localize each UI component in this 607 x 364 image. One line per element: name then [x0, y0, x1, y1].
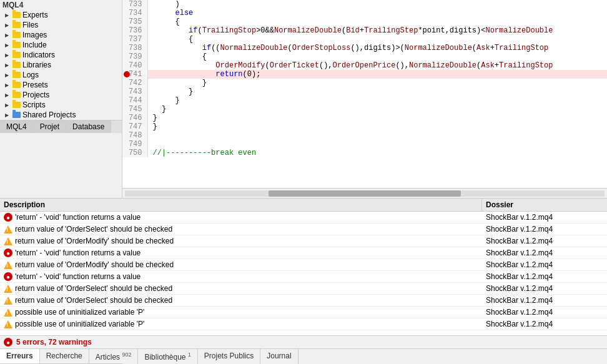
code-row: 741 return(0); — [122, 70, 607, 79]
code-row: 748 — [122, 131, 607, 140]
error-icon: ● — [4, 213, 12, 222]
sidebar-item-images[interactable]: ▶Images — [0, 30, 122, 40]
folder-icon — [12, 22, 21, 28]
code-row: 745 } — [122, 105, 607, 114]
code-line-content: } — [147, 114, 607, 122]
tab-badge: 1 — [188, 352, 191, 358]
sidebar-item-label: Logs — [22, 71, 39, 79]
editor-area: 733 )734 else735 {736 if(TrailingStop>0&… — [122, 0, 607, 198]
sidebar-item-label: Indicators — [22, 51, 55, 59]
chevron-icon: ▶ — [5, 32, 11, 38]
folder-icon — [12, 92, 21, 98]
error-row-desc: return value of 'OrderModify' should be … — [0, 235, 482, 247]
code-row: 733 ) — [122, 0, 607, 9]
error-row[interactable]: return value of 'OrderSelect' should be … — [0, 283, 607, 295]
error-row[interactable]: ●'return' - 'void' function returns a va… — [0, 271, 607, 283]
chevron-icon: ▶ — [5, 92, 11, 98]
folder-icon — [12, 52, 21, 58]
horizontal-scrollbar[interactable] — [122, 188, 607, 198]
sidebar-item-label: Shared Projects — [22, 111, 76, 119]
sidebar-item-label: Projects — [22, 91, 49, 99]
sidebar-item-label: Scripts — [22, 101, 46, 109]
line-number: 747 — [122, 122, 147, 131]
sidebar-item-include[interactable]: ▶Include — [0, 40, 122, 50]
error-row-desc: ●'return' - 'void' function returns a va… — [0, 247, 482, 258]
bottom-tab-erreurs[interactable]: Erreurs — [0, 349, 40, 364]
line-number: 746 — [122, 114, 147, 122]
error-icon: ● — [4, 272, 12, 281]
error-description: 'return' - 'void' function returns a val… — [15, 213, 141, 222]
error-folder: ShockBar v.1.2.mq4 — [482, 235, 607, 247]
error-row[interactable]: return value of 'OrderSelect' should be … — [0, 224, 607, 235]
error-row[interactable]: return value of 'OrderSelect' should be … — [0, 295, 607, 307]
editor-tab-mql4[interactable]: MQL4 — [0, 121, 34, 133]
error-folder: ShockBar v.1.2.mq4 — [482, 247, 607, 258]
code-line-content: { — [147, 17, 607, 26]
code-line-content: //|----------break even — [147, 149, 607, 157]
error-description: return value of 'OrderModify' should be … — [15, 260, 174, 269]
error-row[interactable]: possible use of uninitialized variable '… — [0, 318, 607, 330]
editor-tab-projet[interactable]: Projet — [34, 121, 66, 133]
editor-tab-database[interactable]: Database — [66, 121, 111, 133]
error-panel-header: Description Dossier — [0, 199, 607, 212]
scroll-thumb[interactable] — [269, 190, 460, 197]
chevron-icon: ▶ — [5, 62, 11, 68]
sidebar-item-files[interactable]: ▶Files — [0, 20, 122, 30]
sidebar-item-experts[interactable]: ▶Experts — [0, 10, 122, 20]
sidebar-item-scripts[interactable]: ▶Scripts — [0, 100, 122, 110]
error-folder: ShockBar v.1.2.mq4 — [482, 307, 607, 318]
code-row: 734 else — [122, 9, 607, 17]
folder-icon — [12, 102, 21, 108]
error-row[interactable]: return value of 'OrderModify' should be … — [0, 259, 607, 271]
sidebar-title: MQL4 — [0, 0, 122, 10]
bottom-tab-bar: ErreursRechercheArticles 902Bibliothèque… — [0, 348, 607, 364]
line-number: 750 — [122, 149, 147, 157]
line-number: 734 — [122, 9, 147, 17]
error-row-desc: ●'return' - 'void' function returns a va… — [0, 271, 482, 282]
error-row[interactable]: possible use of uninitialized variable '… — [0, 307, 607, 318]
bottom-tab-journal[interactable]: Journal — [260, 349, 298, 364]
error-folder: ShockBar v.1.2.mq4 — [482, 212, 607, 223]
tab-badge: 902 — [122, 352, 131, 358]
code-line-content: } — [147, 96, 607, 105]
sidebar-item-shared-projects[interactable]: ▶Shared Projects — [0, 110, 122, 120]
bottom-tab-recherche[interactable]: Recherche — [40, 349, 89, 364]
scroll-track[interactable] — [125, 190, 605, 197]
error-row[interactable]: ●'return' - 'void' function returns a va… — [0, 212, 607, 224]
line-number: 738 — [122, 44, 147, 52]
sidebar-item-presets[interactable]: ▶Presets — [0, 80, 122, 90]
code-container[interactable]: 733 )734 else735 {736 if(TrailingStop>0&… — [122, 0, 607, 188]
line-number: 737 — [122, 35, 147, 44]
error-row[interactable]: return value of 'OrderModify' should be … — [0, 235, 607, 247]
sidebar-item-label: Include — [22, 41, 47, 49]
sidebar-item-libraries[interactable]: ▶Libraries — [0, 60, 122, 70]
error-description: return value of 'OrderSelect' should be … — [15, 284, 172, 293]
code-line-content — [147, 131, 607, 140]
chevron-icon: ▶ — [5, 102, 11, 108]
error-description: 'return' - 'void' function returns a val… — [15, 272, 141, 281]
code-line-content — [147, 140, 607, 149]
warning-icon — [4, 285, 12, 293]
error-folder: ShockBar v.1.2.mq4 — [482, 259, 607, 270]
code-row: 738 if((NormalizeDouble(OrderStopLoss(),… — [122, 44, 607, 52]
sidebar-item-indicators[interactable]: ▶Indicators — [0, 50, 122, 60]
error-folder: ShockBar v.1.2.mq4 — [482, 295, 607, 306]
error-row[interactable]: ●'return' - 'void' function returns a va… — [0, 247, 607, 259]
error-description: possible use of uninitialized variable '… — [15, 320, 144, 328]
error-row-desc: return value of 'OrderSelect' should be … — [0, 283, 482, 294]
code-line-content: { — [147, 52, 607, 61]
sidebar-item-projects[interactable]: ▶Projects — [0, 90, 122, 100]
line-number: 742 — [122, 79, 147, 87]
sidebar-item-logs[interactable]: ▶Logs — [0, 70, 122, 80]
chevron-icon: ▶ — [5, 42, 11, 48]
chevron-icon: ▶ — [5, 22, 11, 28]
line-number: 744 — [122, 96, 147, 105]
status-text: 5 errors, 72 warnings — [16, 338, 92, 347]
code-row: 746} — [122, 114, 607, 122]
bottom-tab-projets-publics[interactable]: Projets Publics — [198, 349, 260, 364]
line-number: 739 — [122, 52, 147, 61]
bottom-tab-articles[interactable]: Articles 902 — [89, 349, 139, 364]
error-folder: ShockBar v.1.2.mq4 — [482, 283, 607, 294]
bottom-tab-bibliothèque[interactable]: Bibliothèque 1 — [138, 349, 197, 364]
error-row-desc: return value of 'OrderSelect' should be … — [0, 224, 482, 235]
